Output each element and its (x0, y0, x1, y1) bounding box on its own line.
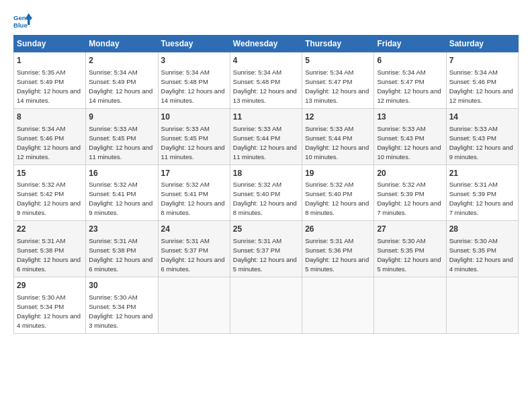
day-number: 12 (305, 111, 371, 123)
day-info: Sunrise: 5:30 AMSunset: 5:34 PMDaylight:… (17, 293, 81, 329)
calendar-cell: 1Sunrise: 5:35 AMSunset: 5:49 PMDaylight… (14, 52, 86, 109)
logo: General Blue (13, 11, 35, 30)
day-number: 3 (161, 55, 227, 66)
day-info: Sunrise: 5:33 AMSunset: 5:43 PMDaylight:… (449, 125, 513, 161)
weekday-header: Tuesday (158, 36, 230, 52)
weekday-header: Friday (374, 36, 446, 52)
calendar-cell: 10Sunrise: 5:33 AMSunset: 5:45 PMDayligh… (158, 108, 230, 165)
day-number: 28 (449, 224, 515, 235)
day-info: Sunrise: 5:31 AMSunset: 5:39 PMDaylight:… (449, 181, 513, 216)
calendar-cell: 25Sunrise: 5:31 AMSunset: 5:37 PMDayligh… (230, 221, 302, 277)
calendar-cell: 29Sunrise: 5:30 AMSunset: 5:34 PMDayligh… (14, 277, 86, 334)
calendar-cell: 11Sunrise: 5:33 AMSunset: 5:44 PMDayligh… (230, 108, 302, 165)
calendar-cell: 7Sunrise: 5:34 AMSunset: 5:46 PMDaylight… (446, 52, 518, 109)
day-number: 10 (161, 111, 227, 123)
day-info: Sunrise: 5:35 AMSunset: 5:49 PMDaylight:… (17, 68, 81, 104)
day-number: 24 (161, 224, 227, 235)
calendar-cell: 18Sunrise: 5:32 AMSunset: 5:40 PMDayligh… (230, 165, 302, 221)
weekday-header: Monday (86, 36, 158, 52)
day-info: Sunrise: 5:33 AMSunset: 5:45 PMDaylight:… (89, 125, 152, 161)
day-info: Sunrise: 5:31 AMSunset: 5:38 PMDaylight:… (17, 237, 81, 273)
weekday-header: Sunday (14, 36, 86, 52)
calendar-cell: 19Sunrise: 5:32 AMSunset: 5:40 PMDayligh… (302, 165, 374, 221)
calendar-table: SundayMondayTuesdayWednesdayThursdayFrid… (13, 35, 519, 334)
calendar-cell (230, 277, 302, 334)
calendar-cell: 15Sunrise: 5:32 AMSunset: 5:42 PMDayligh… (14, 165, 86, 221)
day-number: 4 (233, 55, 299, 66)
calendar-cell: 17Sunrise: 5:32 AMSunset: 5:41 PMDayligh… (158, 165, 230, 221)
day-number: 9 (89, 111, 154, 123)
day-info: Sunrise: 5:30 AMSunset: 5:34 PMDaylight:… (89, 293, 152, 329)
calendar-cell: 4Sunrise: 5:34 AMSunset: 5:48 PMDaylight… (230, 52, 302, 109)
weekday-header: Saturday (446, 36, 518, 52)
day-info: Sunrise: 5:33 AMSunset: 5:44 PMDaylight:… (305, 125, 369, 161)
day-info: Sunrise: 5:33 AMSunset: 5:43 PMDaylight:… (377, 125, 441, 161)
day-info: Sunrise: 5:32 AMSunset: 5:39 PMDaylight:… (377, 181, 441, 216)
calendar-week-row: 15Sunrise: 5:32 AMSunset: 5:42 PMDayligh… (14, 165, 519, 221)
calendar-week-row: 22Sunrise: 5:31 AMSunset: 5:38 PMDayligh… (14, 221, 519, 277)
day-number: 20 (377, 168, 443, 179)
day-number: 7 (449, 55, 515, 66)
day-info: Sunrise: 5:31 AMSunset: 5:37 PMDaylight:… (233, 237, 297, 273)
day-info: Sunrise: 5:31 AMSunset: 5:38 PMDaylight:… (89, 237, 152, 273)
calendar-cell: 28Sunrise: 5:30 AMSunset: 5:35 PMDayligh… (446, 221, 518, 277)
calendar-cell: 23Sunrise: 5:31 AMSunset: 5:38 PMDayligh… (86, 221, 158, 277)
weekday-header: Thursday (302, 36, 374, 52)
svg-text:Blue: Blue (13, 21, 28, 29)
day-number: 22 (17, 224, 83, 235)
day-number: 1 (17, 55, 83, 66)
calendar-cell: 16Sunrise: 5:32 AMSunset: 5:41 PMDayligh… (86, 165, 158, 221)
day-info: Sunrise: 5:30 AMSunset: 5:35 PMDaylight:… (377, 237, 441, 273)
day-number: 6 (377, 55, 443, 66)
day-info: Sunrise: 5:34 AMSunset: 5:46 PMDaylight:… (17, 125, 81, 161)
calendar-cell: 26Sunrise: 5:31 AMSunset: 5:36 PMDayligh… (302, 221, 374, 277)
calendar-cell: 3Sunrise: 5:34 AMSunset: 5:48 PMDaylight… (158, 52, 230, 109)
day-number: 27 (377, 224, 443, 235)
day-number: 8 (17, 111, 83, 123)
day-number: 5 (305, 55, 371, 66)
calendar-cell: 14Sunrise: 5:33 AMSunset: 5:43 PMDayligh… (446, 108, 518, 165)
day-info: Sunrise: 5:32 AMSunset: 5:41 PMDaylight:… (89, 181, 152, 216)
calendar-header: SundayMondayTuesdayWednesdayThursdayFrid… (14, 36, 519, 52)
day-info: Sunrise: 5:34 AMSunset: 5:47 PMDaylight:… (377, 68, 441, 104)
day-number: 13 (377, 111, 443, 123)
logo-icon: General Blue (13, 11, 32, 30)
calendar-week-row: 1Sunrise: 5:35 AMSunset: 5:49 PMDaylight… (14, 52, 519, 109)
day-info: Sunrise: 5:32 AMSunset: 5:40 PMDaylight:… (233, 181, 297, 216)
calendar-cell: 8Sunrise: 5:34 AMSunset: 5:46 PMDaylight… (14, 108, 86, 165)
day-number: 2 (89, 55, 154, 66)
day-info: Sunrise: 5:34 AMSunset: 5:47 PMDaylight:… (305, 68, 369, 104)
calendar-cell: 9Sunrise: 5:33 AMSunset: 5:45 PMDaylight… (86, 108, 158, 165)
calendar-cell (158, 277, 230, 334)
day-number: 16 (89, 168, 154, 179)
calendar-cell (374, 277, 446, 334)
calendar-cell (446, 277, 518, 334)
day-number: 18 (233, 168, 299, 179)
calendar-cell: 30Sunrise: 5:30 AMSunset: 5:34 PMDayligh… (86, 277, 158, 334)
day-info: Sunrise: 5:32 AMSunset: 5:42 PMDaylight:… (17, 181, 81, 216)
day-number: 30 (89, 280, 154, 291)
calendar-week-row: 29Sunrise: 5:30 AMSunset: 5:34 PMDayligh… (14, 277, 519, 334)
calendar-cell: 12Sunrise: 5:33 AMSunset: 5:44 PMDayligh… (302, 108, 374, 165)
calendar-cell: 24Sunrise: 5:31 AMSunset: 5:37 PMDayligh… (158, 221, 230, 277)
day-info: Sunrise: 5:32 AMSunset: 5:41 PMDaylight:… (161, 181, 225, 216)
day-info: Sunrise: 5:34 AMSunset: 5:48 PMDaylight:… (233, 68, 297, 104)
day-info: Sunrise: 5:34 AMSunset: 5:46 PMDaylight:… (449, 68, 513, 104)
day-number: 29 (17, 280, 83, 291)
calendar-cell: 21Sunrise: 5:31 AMSunset: 5:39 PMDayligh… (446, 165, 518, 221)
day-info: Sunrise: 5:32 AMSunset: 5:40 PMDaylight:… (305, 181, 369, 216)
day-info: Sunrise: 5:33 AMSunset: 5:45 PMDaylight:… (161, 125, 225, 161)
calendar-cell: 2Sunrise: 5:34 AMSunset: 5:49 PMDaylight… (86, 52, 158, 109)
day-number: 19 (305, 168, 371, 179)
calendar-cell: 20Sunrise: 5:32 AMSunset: 5:39 PMDayligh… (374, 165, 446, 221)
page-header: General Blue (13, 11, 519, 30)
calendar-week-row: 8Sunrise: 5:34 AMSunset: 5:46 PMDaylight… (14, 108, 519, 165)
weekday-header: Wednesday (230, 36, 302, 52)
day-number: 14 (449, 111, 515, 123)
day-info: Sunrise: 5:31 AMSunset: 5:37 PMDaylight:… (161, 237, 225, 273)
calendar-cell: 5Sunrise: 5:34 AMSunset: 5:47 PMDaylight… (302, 52, 374, 109)
day-number: 17 (161, 168, 227, 179)
day-info: Sunrise: 5:31 AMSunset: 5:36 PMDaylight:… (305, 237, 369, 273)
calendar-cell (302, 277, 374, 334)
day-info: Sunrise: 5:33 AMSunset: 5:44 PMDaylight:… (233, 125, 297, 161)
